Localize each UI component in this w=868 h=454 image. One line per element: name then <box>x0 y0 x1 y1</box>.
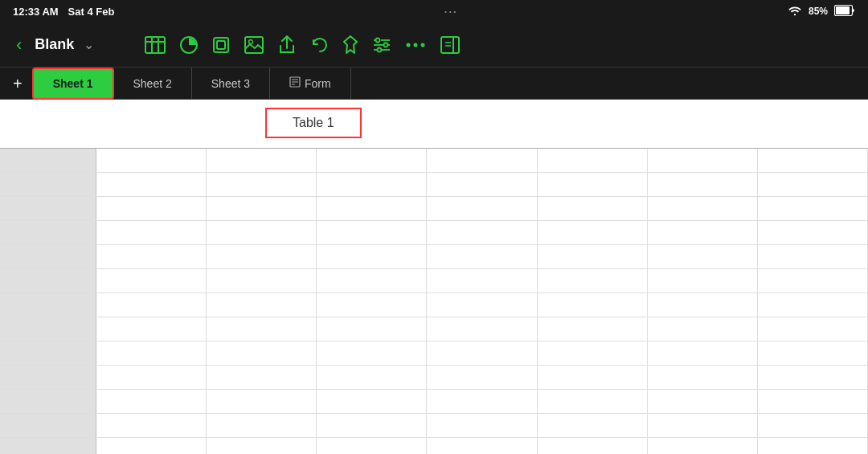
insert-chart-icon[interactable] <box>180 36 198 54</box>
grid-cell[interactable] <box>758 197 868 220</box>
grid-cell[interactable] <box>648 293 758 317</box>
grid-cell[interactable] <box>317 366 427 389</box>
grid-cell[interactable] <box>427 438 537 454</box>
grid-cell[interactable] <box>207 293 317 317</box>
grid-cell[interactable] <box>648 149 758 172</box>
grid-cell[interactable] <box>317 390 427 413</box>
grid-cell[interactable] <box>207 390 317 413</box>
grid-cell[interactable] <box>427 173 537 196</box>
grid-cell[interactable] <box>427 390 537 413</box>
undo-icon[interactable] <box>310 36 328 54</box>
grid-cell[interactable] <box>96 245 207 268</box>
grid-cell[interactable] <box>96 173 207 196</box>
grid-cell[interactable] <box>317 197 427 220</box>
grid-cell[interactable] <box>96 366 207 389</box>
grid-cell[interactable] <box>207 149 317 172</box>
grid-cell[interactable] <box>96 438 207 454</box>
share-icon[interactable] <box>278 35 296 55</box>
grid-cell[interactable] <box>317 342 427 365</box>
grid-cell[interactable] <box>427 245 537 268</box>
spreadsheet-grid[interactable] <box>0 148 868 454</box>
grid-cell[interactable] <box>317 173 427 196</box>
more-options-icon[interactable] <box>405 41 426 49</box>
grid-cell[interactable] <box>96 197 207 220</box>
table-title[interactable]: Table 1 <box>265 108 362 138</box>
grid-cell[interactable] <box>538 366 648 389</box>
grid-cell[interactable] <box>207 173 317 196</box>
grid-cell[interactable] <box>207 438 317 454</box>
grid-cell[interactable] <box>538 197 648 220</box>
grid-cell[interactable] <box>758 221 868 244</box>
grid-cell[interactable] <box>648 342 758 365</box>
grid-cell[interactable] <box>96 390 207 413</box>
grid-cell[interactable] <box>648 173 758 196</box>
title-dropdown-icon[interactable]: ⌄ <box>84 37 94 52</box>
grid-cell[interactable] <box>538 149 648 172</box>
grid-cell[interactable] <box>758 149 868 172</box>
grid-cell[interactable] <box>317 317 427 341</box>
spreadsheet-area[interactable]: Table 1 <box>0 100 868 454</box>
sheet-tab-3[interactable]: Sheet 3 <box>192 67 270 100</box>
grid-cell[interactable] <box>538 342 648 365</box>
grid-cell[interactable] <box>317 414 427 437</box>
grid-cell[interactable] <box>758 342 868 365</box>
grid-cell[interactable] <box>538 173 648 196</box>
grid-cell[interactable] <box>758 269 868 292</box>
grid-cell[interactable] <box>648 366 758 389</box>
sidebar-toggle-icon[interactable] <box>440 36 460 54</box>
grid-cell[interactable] <box>207 197 317 220</box>
grid-cell[interactable] <box>427 293 537 317</box>
sheet-tab-1[interactable]: Sheet 1 <box>32 67 114 100</box>
grid-cell[interactable] <box>758 245 868 268</box>
grid-cell[interactable] <box>758 366 868 389</box>
insert-table-icon[interactable] <box>145 36 166 54</box>
grid-cell[interactable] <box>538 245 648 268</box>
grid-cell[interactable] <box>96 414 207 437</box>
grid-cell[interactable] <box>207 221 317 244</box>
insert-shape-icon[interactable] <box>212 36 230 54</box>
grid-cell[interactable] <box>427 197 537 220</box>
grid-cell[interactable] <box>317 438 427 454</box>
grid-cell[interactable] <box>427 342 537 365</box>
grid-cell[interactable] <box>427 269 537 292</box>
grid-cell[interactable] <box>758 173 868 196</box>
grid-cell[interactable] <box>648 197 758 220</box>
grid-cell[interactable] <box>207 317 317 341</box>
grid-cell[interactable] <box>207 414 317 437</box>
grid-cell[interactable] <box>317 269 427 292</box>
grid-cell[interactable] <box>207 342 317 365</box>
format-icon[interactable] <box>373 37 391 53</box>
add-sheet-button[interactable]: + <box>3 67 32 100</box>
pin-icon[interactable] <box>342 35 358 55</box>
grid-cell[interactable] <box>96 317 207 341</box>
back-button[interactable]: ‹ <box>10 31 28 59</box>
grid-cell[interactable] <box>207 269 317 292</box>
grid-cell[interactable] <box>538 269 648 292</box>
grid-cell[interactable] <box>758 317 868 341</box>
grid-cell[interactable] <box>96 269 207 292</box>
grid-cell[interactable] <box>427 414 537 437</box>
grid-cell[interactable] <box>538 317 648 341</box>
grid-cell[interactable] <box>317 293 427 317</box>
grid-cell[interactable] <box>648 390 758 413</box>
grid-cell[interactable] <box>538 390 648 413</box>
grid-cell[interactable] <box>96 342 207 365</box>
grid-cell[interactable] <box>207 245 317 268</box>
grid-cell[interactable] <box>648 221 758 244</box>
insert-media-icon[interactable] <box>244 36 264 54</box>
grid-cell[interactable] <box>758 390 868 413</box>
grid-cell[interactable] <box>538 438 648 454</box>
grid-cell[interactable] <box>538 414 648 437</box>
grid-cell[interactable] <box>648 414 758 437</box>
grid-cell[interactable] <box>96 221 207 244</box>
grid-cell[interactable] <box>96 149 207 172</box>
grid-cell[interactable] <box>427 317 537 341</box>
sheet-tab-2[interactable]: Sheet 2 <box>114 67 192 100</box>
grid-cell[interactable] <box>758 438 868 454</box>
grid-cell[interactable] <box>96 293 207 317</box>
grid-cell[interactable] <box>427 149 537 172</box>
grid-cell[interactable] <box>538 221 648 244</box>
grid-cell[interactable] <box>648 245 758 268</box>
grid-cell[interactable] <box>207 366 317 389</box>
sheet-tab-form[interactable]: Form <box>270 67 351 100</box>
